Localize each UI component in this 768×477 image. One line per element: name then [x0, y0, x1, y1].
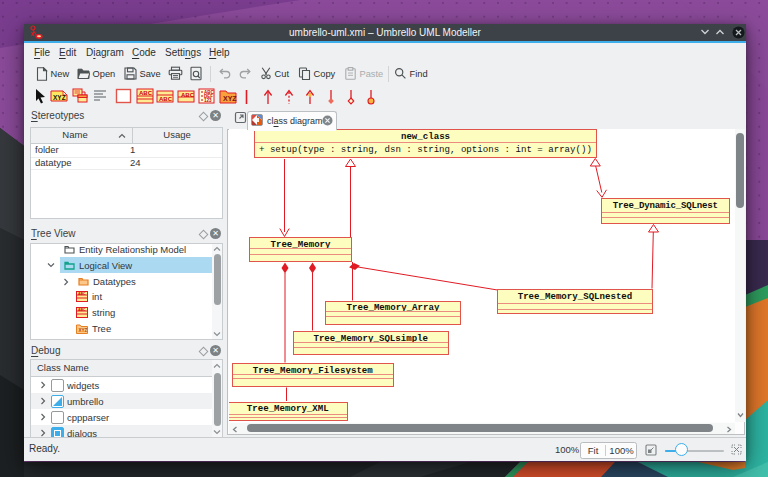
svg-text:ABC: ABC — [159, 96, 173, 102]
svg-text:ABC: ABC — [181, 92, 195, 98]
svg-text:ABC: ABC — [78, 308, 86, 312]
svg-text:ABC: ABC — [139, 90, 153, 96]
svg-text:XYZ: XYZ — [79, 328, 88, 333]
svg-text:XYZ: XYZ — [53, 94, 66, 101]
svg-text:XYZ: XYZ — [223, 95, 237, 102]
svg-text:123: 123 — [204, 98, 212, 103]
svg-text:ABC: ABC — [78, 292, 86, 296]
